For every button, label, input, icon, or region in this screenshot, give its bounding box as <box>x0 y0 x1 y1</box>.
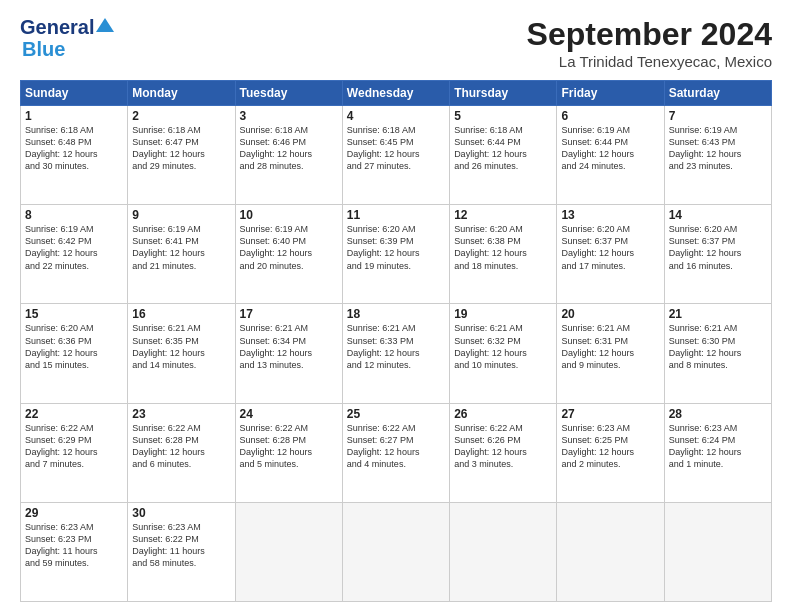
calendar-day-cell: 30Sunrise: 6:23 AMSunset: 6:22 PMDayligh… <box>128 502 235 601</box>
day-number: 27 <box>561 407 659 421</box>
calendar-day-cell: 18Sunrise: 6:21 AMSunset: 6:33 PMDayligh… <box>342 304 449 403</box>
calendar-day-cell: 22Sunrise: 6:22 AMSunset: 6:29 PMDayligh… <box>21 403 128 502</box>
calendar-day-cell: 6Sunrise: 6:19 AMSunset: 6:44 PMDaylight… <box>557 106 664 205</box>
calendar-day-cell: 3Sunrise: 6:18 AMSunset: 6:46 PMDaylight… <box>235 106 342 205</box>
calendar-day-cell: 23Sunrise: 6:22 AMSunset: 6:28 PMDayligh… <box>128 403 235 502</box>
calendar-day-cell: 1Sunrise: 6:18 AMSunset: 6:48 PMDaylight… <box>21 106 128 205</box>
calendar-day-cell <box>235 502 342 601</box>
calendar-day-cell: 21Sunrise: 6:21 AMSunset: 6:30 PMDayligh… <box>664 304 771 403</box>
calendar-week-row: 29Sunrise: 6:23 AMSunset: 6:23 PMDayligh… <box>21 502 772 601</box>
calendar-day-cell: 10Sunrise: 6:19 AMSunset: 6:40 PMDayligh… <box>235 205 342 304</box>
calendar-day-cell: 29Sunrise: 6:23 AMSunset: 6:23 PMDayligh… <box>21 502 128 601</box>
day-info: Sunrise: 6:23 AMSunset: 6:23 PMDaylight:… <box>25 521 123 570</box>
day-info: Sunrise: 6:22 AMSunset: 6:29 PMDaylight:… <box>25 422 123 471</box>
page-subtitle: La Trinidad Tenexyecac, Mexico <box>527 53 772 70</box>
calendar-week-row: 8Sunrise: 6:19 AMSunset: 6:42 PMDaylight… <box>21 205 772 304</box>
weekday-header: Tuesday <box>235 81 342 106</box>
calendar-day-cell: 26Sunrise: 6:22 AMSunset: 6:26 PMDayligh… <box>450 403 557 502</box>
page-title: September 2024 <box>527 16 772 53</box>
calendar-table: SundayMondayTuesdayWednesdayThursdayFrid… <box>20 80 772 602</box>
day-info: Sunrise: 6:21 AMSunset: 6:31 PMDaylight:… <box>561 322 659 371</box>
calendar-day-cell: 9Sunrise: 6:19 AMSunset: 6:41 PMDaylight… <box>128 205 235 304</box>
calendar-day-cell: 24Sunrise: 6:22 AMSunset: 6:28 PMDayligh… <box>235 403 342 502</box>
day-number: 6 <box>561 109 659 123</box>
day-number: 13 <box>561 208 659 222</box>
day-info: Sunrise: 6:20 AMSunset: 6:38 PMDaylight:… <box>454 223 552 272</box>
title-section: September 2024 La Trinidad Tenexyecac, M… <box>527 16 772 70</box>
weekday-header: Friday <box>557 81 664 106</box>
day-number: 23 <box>132 407 230 421</box>
day-info: Sunrise: 6:19 AMSunset: 6:43 PMDaylight:… <box>669 124 767 173</box>
day-info: Sunrise: 6:20 AMSunset: 6:39 PMDaylight:… <box>347 223 445 272</box>
calendar-week-row: 1Sunrise: 6:18 AMSunset: 6:48 PMDaylight… <box>21 106 772 205</box>
day-info: Sunrise: 6:19 AMSunset: 6:40 PMDaylight:… <box>240 223 338 272</box>
calendar-day-cell: 2Sunrise: 6:18 AMSunset: 6:47 PMDaylight… <box>128 106 235 205</box>
day-number: 30 <box>132 506 230 520</box>
day-info: Sunrise: 6:19 AMSunset: 6:42 PMDaylight:… <box>25 223 123 272</box>
day-info: Sunrise: 6:18 AMSunset: 6:46 PMDaylight:… <box>240 124 338 173</box>
day-info: Sunrise: 6:21 AMSunset: 6:34 PMDaylight:… <box>240 322 338 371</box>
logo-blue: Blue <box>22 38 65 60</box>
day-info: Sunrise: 6:22 AMSunset: 6:27 PMDaylight:… <box>347 422 445 471</box>
calendar-day-cell: 13Sunrise: 6:20 AMSunset: 6:37 PMDayligh… <box>557 205 664 304</box>
day-number: 1 <box>25 109 123 123</box>
day-info: Sunrise: 6:18 AMSunset: 6:47 PMDaylight:… <box>132 124 230 173</box>
day-info: Sunrise: 6:21 AMSunset: 6:33 PMDaylight:… <box>347 322 445 371</box>
calendar-day-cell: 12Sunrise: 6:20 AMSunset: 6:38 PMDayligh… <box>450 205 557 304</box>
calendar-header-row: SundayMondayTuesdayWednesdayThursdayFrid… <box>21 81 772 106</box>
weekday-header: Wednesday <box>342 81 449 106</box>
day-number: 7 <box>669 109 767 123</box>
day-number: 16 <box>132 307 230 321</box>
weekday-header: Monday <box>128 81 235 106</box>
calendar-week-row: 22Sunrise: 6:22 AMSunset: 6:29 PMDayligh… <box>21 403 772 502</box>
day-number: 9 <box>132 208 230 222</box>
calendar-day-cell: 14Sunrise: 6:20 AMSunset: 6:37 PMDayligh… <box>664 205 771 304</box>
calendar-week-row: 15Sunrise: 6:20 AMSunset: 6:36 PMDayligh… <box>21 304 772 403</box>
calendar-day-cell <box>557 502 664 601</box>
weekday-header: Thursday <box>450 81 557 106</box>
svg-marker-0 <box>96 18 114 32</box>
day-number: 18 <box>347 307 445 321</box>
calendar-day-cell <box>450 502 557 601</box>
calendar-day-cell: 19Sunrise: 6:21 AMSunset: 6:32 PMDayligh… <box>450 304 557 403</box>
day-info: Sunrise: 6:21 AMSunset: 6:30 PMDaylight:… <box>669 322 767 371</box>
calendar-day-cell: 11Sunrise: 6:20 AMSunset: 6:39 PMDayligh… <box>342 205 449 304</box>
day-info: Sunrise: 6:18 AMSunset: 6:45 PMDaylight:… <box>347 124 445 173</box>
logo: General Blue <box>20 16 114 61</box>
day-number: 21 <box>669 307 767 321</box>
day-number: 12 <box>454 208 552 222</box>
calendar-day-cell: 5Sunrise: 6:18 AMSunset: 6:44 PMDaylight… <box>450 106 557 205</box>
day-info: Sunrise: 6:21 AMSunset: 6:32 PMDaylight:… <box>454 322 552 371</box>
day-info: Sunrise: 6:18 AMSunset: 6:48 PMDaylight:… <box>25 124 123 173</box>
day-number: 11 <box>347 208 445 222</box>
page: General Blue September 2024 La Trinidad … <box>0 0 792 612</box>
day-info: Sunrise: 6:23 AMSunset: 6:25 PMDaylight:… <box>561 422 659 471</box>
weekday-header: Saturday <box>664 81 771 106</box>
day-info: Sunrise: 6:19 AMSunset: 6:41 PMDaylight:… <box>132 223 230 272</box>
header: General Blue September 2024 La Trinidad … <box>20 16 772 70</box>
calendar-day-cell: 28Sunrise: 6:23 AMSunset: 6:24 PMDayligh… <box>664 403 771 502</box>
day-number: 17 <box>240 307 338 321</box>
day-number: 28 <box>669 407 767 421</box>
day-info: Sunrise: 6:23 AMSunset: 6:22 PMDaylight:… <box>132 521 230 570</box>
day-number: 4 <box>347 109 445 123</box>
day-number: 24 <box>240 407 338 421</box>
calendar-day-cell: 4Sunrise: 6:18 AMSunset: 6:45 PMDaylight… <box>342 106 449 205</box>
weekday-header: Sunday <box>21 81 128 106</box>
day-number: 14 <box>669 208 767 222</box>
day-info: Sunrise: 6:23 AMSunset: 6:24 PMDaylight:… <box>669 422 767 471</box>
day-info: Sunrise: 6:22 AMSunset: 6:26 PMDaylight:… <box>454 422 552 471</box>
calendar-day-cell: 27Sunrise: 6:23 AMSunset: 6:25 PMDayligh… <box>557 403 664 502</box>
calendar-day-cell: 15Sunrise: 6:20 AMSunset: 6:36 PMDayligh… <box>21 304 128 403</box>
day-info: Sunrise: 6:18 AMSunset: 6:44 PMDaylight:… <box>454 124 552 173</box>
day-number: 2 <box>132 109 230 123</box>
day-info: Sunrise: 6:22 AMSunset: 6:28 PMDaylight:… <box>240 422 338 471</box>
day-number: 10 <box>240 208 338 222</box>
day-info: Sunrise: 6:20 AMSunset: 6:37 PMDaylight:… <box>669 223 767 272</box>
day-number: 19 <box>454 307 552 321</box>
day-info: Sunrise: 6:20 AMSunset: 6:36 PMDaylight:… <box>25 322 123 371</box>
day-number: 26 <box>454 407 552 421</box>
calendar-day-cell: 16Sunrise: 6:21 AMSunset: 6:35 PMDayligh… <box>128 304 235 403</box>
day-number: 22 <box>25 407 123 421</box>
calendar-day-cell <box>664 502 771 601</box>
